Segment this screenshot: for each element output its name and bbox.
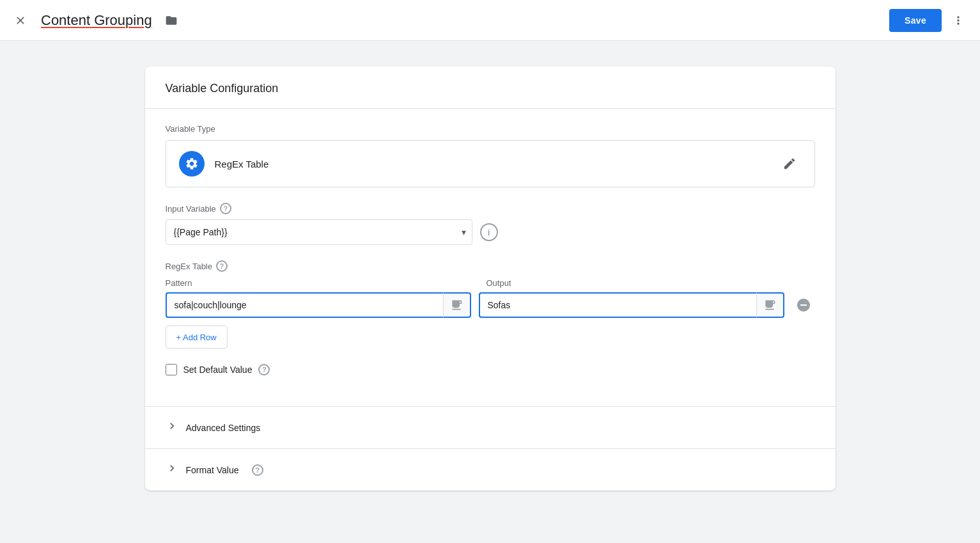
input-variable-select[interactable]: {{Page Path}} {{Page URL}} {{Referrer}} xyxy=(166,219,472,245)
format-value-chevron-icon xyxy=(166,462,178,478)
regex-type-icon xyxy=(179,151,205,177)
advanced-settings-section[interactable]: Advanced Settings xyxy=(145,406,836,448)
output-input[interactable] xyxy=(479,292,756,318)
variable-type-row: RegEx Table xyxy=(166,140,815,187)
format-value-section[interactable]: Format Value ? xyxy=(145,448,836,491)
set-default-checkbox[interactable] xyxy=(166,364,177,375)
variable-type-left: RegEx Table xyxy=(179,151,269,177)
card-body: Variable Type RegEx Table xyxy=(145,109,836,406)
input-variable-section: Input Variable ? {{Page Path}} {{Page UR… xyxy=(166,203,815,245)
input-variable-info-icon[interactable]: i xyxy=(480,223,498,241)
page-title: Content Grouping xyxy=(41,12,152,29)
set-default-help-icon[interactable]: ? xyxy=(258,364,270,375)
variable-type-section: Variable Type RegEx Table xyxy=(166,124,815,187)
topbar-right: Save xyxy=(889,9,970,32)
variable-type-name: RegEx Table xyxy=(215,159,269,169)
output-variable-button[interactable] xyxy=(756,292,784,318)
regex-table-section: RegEx Table ? Pattern Output xyxy=(166,260,815,375)
variable-type-label: Variable Type xyxy=(166,124,815,134)
advanced-settings-label: Advanced Settings xyxy=(186,423,261,433)
input-variable-label-row: Input Variable ? xyxy=(166,203,815,214)
main-content: Variable Configuration Variable Type Reg… xyxy=(0,41,980,516)
regex-table-label: RegEx Table xyxy=(166,262,212,271)
topbar-left: Content Grouping xyxy=(8,8,183,33)
regex-table-row xyxy=(166,292,815,318)
topbar: Content Grouping Save xyxy=(0,0,980,41)
pattern-col-header: Pattern xyxy=(166,277,479,288)
input-variable-select-wrapper: {{Page Path}} {{Page URL}} {{Referrer}} … xyxy=(166,219,472,245)
format-value-label: Format Value xyxy=(186,465,239,475)
edit-variable-type-button[interactable] xyxy=(777,152,802,176)
card-header: Variable Configuration xyxy=(145,67,836,109)
pattern-input[interactable] xyxy=(166,292,443,318)
add-row-button[interactable]: + Add Row xyxy=(166,326,228,349)
folder-button[interactable] xyxy=(160,9,183,32)
input-variable-help-icon[interactable]: ? xyxy=(220,203,231,214)
input-variable-row: {{Page Path}} {{Page URL}} {{Referrer}} … xyxy=(166,219,815,245)
pattern-input-wrapper xyxy=(166,292,471,318)
input-variable-label: Input Variable xyxy=(166,204,216,214)
regex-column-headers: Pattern Output xyxy=(166,277,815,288)
card-title: Variable Configuration xyxy=(166,82,279,95)
pattern-variable-button[interactable] xyxy=(443,292,471,318)
advanced-settings-chevron-icon xyxy=(166,420,178,436)
remove-row-button[interactable] xyxy=(792,294,815,317)
output-col-header: Output xyxy=(486,277,511,288)
set-default-label[interactable]: Set Default Value xyxy=(183,365,253,375)
variable-config-card: Variable Configuration Variable Type Reg… xyxy=(145,67,836,491)
close-button[interactable] xyxy=(8,8,33,33)
format-value-help-icon[interactable]: ? xyxy=(252,464,263,476)
regex-table-help-icon[interactable]: ? xyxy=(216,260,228,272)
output-input-wrapper xyxy=(479,292,784,318)
regex-table-label-row: RegEx Table ? xyxy=(166,260,815,272)
save-button[interactable]: Save xyxy=(889,9,942,32)
more-options-button[interactable] xyxy=(947,9,970,32)
set-default-row: Set Default Value ? xyxy=(166,364,815,375)
